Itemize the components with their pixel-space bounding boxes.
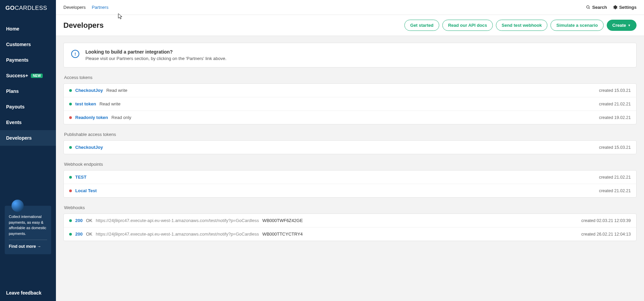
table-row[interactable]: TEST created 21.02.21 — [64, 170, 636, 184]
section-title-publishable: Publishable access tokens — [64, 132, 637, 137]
publishable-tokens-list: CheckoutJoy created 15.03.21 — [63, 140, 637, 154]
header-actions: Get started Read our API docs Send test … — [404, 20, 637, 31]
webhook-meta: created 26.02.21 12:04:13 — [581, 232, 631, 237]
sidebar-item-payouts[interactable]: Payouts — [0, 99, 56, 115]
webhooks-list: 200 OK https://24j9iprc47.execute-api.eu… — [63, 214, 637, 241]
globe-icon — [12, 200, 24, 212]
sidebar-item-label: Customers — [6, 42, 31, 47]
webhook-url: https://24j9iprc47.execute-api.eu-west-1… — [96, 218, 259, 223]
tab-partners[interactable]: Partners — [92, 5, 108, 10]
webhook-endpoints-list: TEST created 21.02.21 Local Test created… — [63, 170, 637, 198]
token-permission: Read only — [112, 115, 132, 120]
token-meta: created 19.02.21 — [599, 115, 631, 120]
read-api-docs-button[interactable]: Read our API docs — [442, 20, 493, 31]
info-title: Looking to build a partner integration? — [85, 49, 226, 55]
simulate-scenario-button[interactable]: Simulate a scenario — [550, 20, 603, 31]
sidebar-item-label: Payouts — [6, 104, 24, 109]
token-name: CheckoutJoy — [75, 88, 103, 93]
get-started-button[interactable]: Get started — [404, 20, 439, 31]
topbar: Developers Partners Search Settings — [56, 0, 644, 15]
status-dot-icon — [69, 233, 72, 236]
status-dot-icon — [69, 103, 72, 105]
promo-text: Collect international payments, as easy … — [9, 214, 47, 236]
sidebar-item-label: Plans — [6, 88, 19, 94]
table-row[interactable]: 200 OK https://24j9iprc47.execute-api.eu… — [64, 227, 636, 241]
access-tokens-list: CheckoutJoy Read write created 15.03.21 … — [63, 83, 637, 124]
main: Developers Partners Search Settings Deve… — [56, 0, 644, 301]
table-row[interactable]: Local Test created 21.02.21 — [64, 184, 636, 197]
status-dot-icon — [69, 116, 72, 119]
sidebar-item-label: Payments — [6, 57, 28, 63]
sidebar-item-payments[interactable]: Payments — [0, 52, 56, 68]
search-button[interactable]: Search — [586, 5, 607, 10]
create-button[interactable]: Create ▼ — [607, 20, 637, 31]
brand-logo[interactable]: GOCARDLESS — [0, 0, 56, 16]
token-permission: Read write — [106, 88, 127, 93]
sidebar: GOCARDLESS Home Customers Payments Succe… — [0, 0, 56, 301]
endpoint-name: Local Test — [75, 188, 97, 193]
token-meta: created 15.03.21 — [599, 88, 631, 93]
status-dot-icon — [69, 219, 72, 222]
status-dot-icon — [69, 189, 72, 192]
promo-box: Collect international payments, as easy … — [5, 206, 51, 254]
section-title-webhook-endpoints: Webhook endpoints — [64, 162, 637, 167]
info-text: Looking to build a partner integration? … — [85, 49, 226, 61]
topbar-right: Search Settings — [586, 5, 637, 10]
token-name: CheckoutJoy — [75, 145, 103, 150]
content: ! Looking to build a partner integration… — [56, 36, 644, 301]
section-title-webhooks: Webhooks — [64, 205, 637, 210]
webhook-code: 200 — [75, 218, 83, 223]
webhook-status: OK — [86, 218, 93, 223]
table-row[interactable]: CheckoutJoy Read write created 15.03.21 — [64, 84, 636, 97]
leave-feedback-link[interactable]: Leave feedback — [0, 285, 56, 301]
sidebar-item-events[interactable]: Events — [0, 115, 56, 130]
table-row[interactable]: test token Read write created 21.02.21 — [64, 97, 636, 111]
tabs: Developers Partners — [63, 5, 108, 10]
section-title-access-tokens: Access tokens — [64, 75, 637, 80]
sidebar-item-label: Events — [6, 120, 22, 125]
sidebar-item-plans[interactable]: Plans — [0, 83, 56, 99]
settings-button[interactable]: Settings — [613, 5, 637, 10]
gear-icon — [613, 5, 618, 9]
webhook-status: OK — [86, 232, 93, 237]
webhook-url: https://24j9iprc47.execute-api.eu-west-1… — [96, 232, 259, 237]
settings-label: Settings — [619, 5, 637, 10]
webhook-id: WB000TTCYCTRY4 — [262, 232, 303, 237]
sidebar-item-label: Success+ — [6, 73, 28, 78]
page-title: Developers — [63, 21, 104, 30]
svg-point-0 — [587, 6, 589, 8]
info-desc: Please visit our Partners section, by cl… — [85, 56, 226, 61]
sidebar-nav: Home Customers Payments Success+ NEW Pla… — [0, 21, 56, 146]
tab-developers[interactable]: Developers — [63, 5, 86, 10]
promo-cta[interactable]: Find out more → — [9, 243, 47, 249]
status-dot-icon — [69, 176, 72, 179]
sidebar-item-label: Home — [6, 26, 19, 32]
webhook-meta: created 02.03.21 12:03:39 — [581, 218, 631, 223]
token-meta: created 15.03.21 — [599, 145, 631, 150]
sidebar-item-success[interactable]: Success+ NEW — [0, 68, 56, 83]
sidebar-item-developers[interactable]: Developers — [0, 130, 56, 146]
endpoint-name: TEST — [75, 175, 86, 180]
info-banner: ! Looking to build a partner integration… — [63, 43, 637, 67]
table-row[interactable]: Readonly token Read only created 19.02.2… — [64, 111, 636, 124]
table-row[interactable]: CheckoutJoy created 15.03.21 — [64, 141, 636, 154]
divider — [9, 240, 47, 240]
send-test-webhook-button[interactable]: Send test webhook — [496, 20, 547, 31]
sidebar-item-home[interactable]: Home — [0, 21, 56, 37]
chevron-down-icon: ▼ — [628, 24, 631, 27]
token-name: test token — [75, 101, 96, 106]
token-name: Readonly token — [75, 115, 108, 120]
status-dot-icon — [69, 89, 72, 92]
token-meta: created 21.02.21 — [599, 102, 631, 106]
new-badge: NEW — [31, 74, 43, 78]
info-icon: ! — [71, 50, 79, 58]
webhook-id: WB000TWF6Z42GE — [262, 218, 303, 223]
sidebar-item-customers[interactable]: Customers — [0, 37, 56, 52]
status-dot-icon — [69, 146, 72, 149]
sidebar-item-label: Developers — [6, 135, 32, 141]
brand-cardless: CARDLESS — [15, 5, 47, 11]
search-label: Search — [592, 5, 607, 10]
endpoint-meta: created 21.02.21 — [599, 188, 631, 193]
table-row[interactable]: 200 OK https://24j9iprc47.execute-api.eu… — [64, 214, 636, 227]
token-permission: Read write — [99, 101, 120, 106]
